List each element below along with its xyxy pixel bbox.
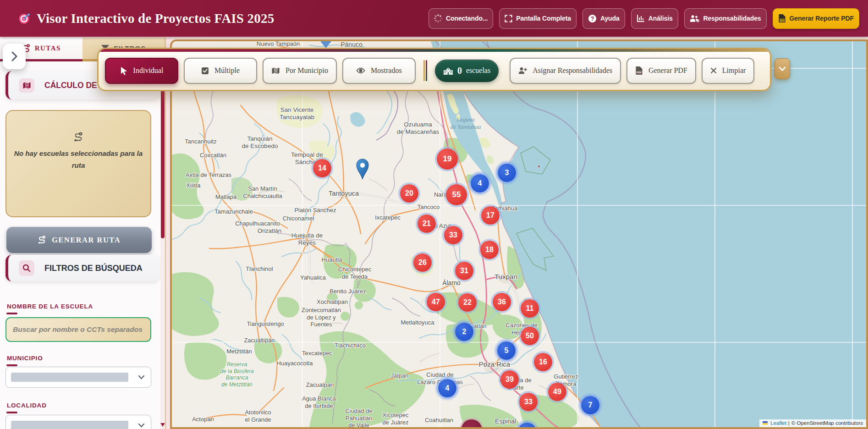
map-place-label: Tancanhuitz (185, 138, 216, 145)
toolbar-mode-label: Individual (133, 66, 164, 75)
cluster-marker-26[interactable]: 26 (413, 253, 432, 272)
cluster-marker-3[interactable]: 3 (498, 164, 516, 182)
help-circle-icon: ? (588, 14, 597, 23)
cluster-marker-39[interactable]: 39 (500, 370, 519, 389)
cluster-marker-31[interactable]: 31 (455, 262, 473, 280)
spinner-icon (434, 14, 442, 22)
toolbar-mode-mostrados[interactable]: Mostrados (342, 58, 416, 84)
cluster-marker-17[interactable]: 17 (481, 206, 500, 225)
header-button-pantalla-completa[interactable]: Pantalla Completa (499, 8, 577, 29)
toolbar-mode-multiple[interactable]: Múltiple (184, 58, 257, 84)
chevron-down-icon (779, 66, 786, 72)
map-place-label: Actopan (192, 416, 214, 423)
school-count: 0 (457, 66, 462, 76)
cluster-marker-33[interactable]: 33 (519, 393, 538, 411)
map-place-label: Atotonilcoel Grande (245, 409, 271, 423)
cluster-marker-11[interactable]: 11 (521, 299, 539, 318)
localidad-select[interactable] (5, 415, 151, 429)
sidebar-expand-button[interactable] (3, 44, 26, 69)
map-place-label: Jalpan (391, 372, 408, 379)
map-route-icon (19, 78, 34, 93)
header-button-generar-reporte-pdf[interactable]: PDFGenerar Reporte PDF (773, 8, 859, 29)
sidebar-scroll-area: CÁLCULO DE RUTAS No hay escuelas selecci… (0, 61, 166, 429)
chevron-right-icon (11, 51, 18, 62)
header-button-label: Ayuda (600, 15, 620, 22)
map-place-label: Texcatepec (302, 350, 332, 357)
map-pin[interactable] (356, 159, 369, 180)
sidebar-scrollbar-thumb[interactable] (161, 87, 165, 238)
cluster-marker-5[interactable]: 5 (497, 341, 516, 360)
tab-rutas-label: RUTAS (35, 44, 61, 52)
header-button-label: Conectando... (446, 15, 488, 22)
scroll-down-arrow-icon[interactable] (160, 423, 165, 427)
cluster-marker-14[interactable]: 14 (313, 159, 331, 177)
map-place-label: Tlachichilco (335, 342, 366, 349)
map-place-label: Zacualtipán (244, 337, 275, 344)
header-button-label: Análisis (648, 15, 673, 22)
search-filters-header: FILTROS DE BÚSQUEDA (5, 255, 159, 281)
toolbar-action-label: Asignar Responsabilidades (533, 66, 612, 75)
cluster-marker-21[interactable]: 21 (418, 214, 436, 233)
generate-route-button[interactable]: GENERAR RUTA (6, 227, 152, 253)
map-place-label: San VicenteTancuayalab (280, 106, 314, 121)
svg-text:PDF: PDF (780, 19, 785, 22)
leaflet-link[interactable]: Leaflet (770, 420, 786, 426)
cluster-marker-55[interactable]: 55 (446, 184, 467, 205)
map-place-label: Tuxpan (494, 273, 517, 280)
map-place-label: Huayacocotla (277, 360, 313, 367)
header-actions: Conectando...Pantalla Completa?AyudaAnál… (429, 8, 859, 29)
pdf-file-icon: PDF (635, 66, 643, 75)
map-place-label: Álamo (442, 279, 461, 286)
header-button-ayuda[interactable]: ?Ayuda (582, 8, 625, 29)
header-button-responsabilidades[interactable]: Responsabilidades (684, 8, 767, 29)
ukraine-flag-icon (763, 421, 768, 425)
route-empty-state: No hay escuelas seleccionadas para la ru… (5, 110, 151, 217)
school-name-input[interactable] (5, 317, 151, 342)
cluster-marker-50[interactable]: 50 (521, 327, 539, 345)
header-button-conectando[interactable]: Conectando... (429, 8, 493, 29)
cluster-marker-47[interactable]: 47 (427, 293, 445, 311)
cluster-marker-18[interactable]: 18 (480, 241, 499, 259)
route-empty-message: No hay escuelas seleccionadas para la ru… (13, 148, 144, 171)
cluster-marker-2[interactable]: 2 (455, 323, 473, 341)
map-place-label: Pánuco (341, 41, 363, 48)
map-place-label: Axtla de Terrazas (186, 171, 232, 178)
cluster-marker-4[interactable]: 4 (471, 174, 489, 192)
toolbar-collapse-button[interactable] (775, 58, 790, 79)
map-place-label: Agua Blancade Iturbide (302, 395, 336, 409)
cluster-marker-33[interactable]: 33 (444, 226, 462, 244)
cluster-marker-7[interactable]: 7 (581, 396, 599, 414)
map-toolbar: IndividualMúltiplePor MunicipioMostrados… (97, 48, 771, 91)
municipio-select[interactable] (5, 367, 151, 388)
toolbar-action-asignar-responsabilidades[interactable]: Asignar Responsabilidades (510, 58, 621, 84)
toolbar-divider (423, 60, 427, 81)
toolbar-action-limpiar[interactable]: Limpiar (702, 58, 755, 84)
map-place-label: San MartínChalchicuautla (243, 185, 282, 199)
users-gear-icon (690, 15, 700, 22)
map-place-label: Tlanchinol (246, 265, 273, 272)
osm-attribution: © OpenStreetMap contributors (791, 420, 863, 426)
map-place-label: Coxcatlán (200, 152, 226, 159)
target-icon (18, 12, 31, 25)
toolbar-action-generar-pdf[interactable]: PDFGenerar PDF (626, 58, 696, 84)
cluster-marker-22[interactable]: 22 (458, 293, 477, 312)
school-icon (443, 66, 453, 75)
map-attribution: Leaflet | © OpenStreetMap contributors (759, 419, 866, 427)
search-filters-title: FILTROS DE BÚSQUEDA (44, 264, 143, 273)
cluster-marker-4[interactable]: 4 (438, 379, 456, 397)
svg-text:PDF: PDF (637, 71, 642, 74)
cluster-marker-19[interactable]: 19 (437, 148, 458, 170)
map-place-label: Huautla (322, 256, 343, 263)
map-base-tiles: Nuevo TampaónPánucoSan VicenteTancuayala… (172, 41, 868, 427)
toolbar-mode-individual[interactable]: Individual (105, 58, 178, 84)
cluster-marker-36[interactable]: 36 (493, 293, 511, 311)
map[interactable]: Nuevo TampaónPánucoSan VicenteTancuayala… (170, 39, 868, 429)
cluster-marker-49[interactable]: 49 (548, 383, 566, 401)
cursor-icon (120, 66, 128, 75)
cluster-marker-16[interactable]: 16 (534, 353, 552, 371)
field-label-localidad: LOCALIDAD (7, 402, 47, 409)
toolbar-mode-por-municipio[interactable]: Por Municipio (263, 58, 337, 84)
header-button-analisis[interactable]: Análisis (631, 8, 678, 29)
cluster-marker-20[interactable]: 20 (400, 184, 418, 203)
map-place-label: Espinal (495, 418, 516, 425)
